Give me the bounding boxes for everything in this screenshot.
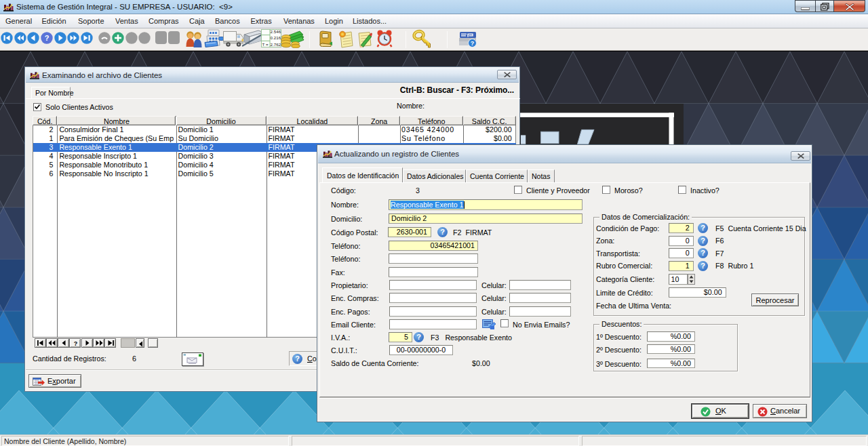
svg-text:?: ? bbox=[74, 340, 78, 347]
svg-text:?: ? bbox=[44, 34, 49, 42]
svg-text:2.762: 2.762 bbox=[271, 42, 281, 47]
svg-text:0.216: 0.216 bbox=[271, 35, 281, 40]
svg-text:T =: T = bbox=[262, 42, 269, 47]
svg-text:2.546: 2.546 bbox=[271, 29, 281, 34]
svg-text:?: ? bbox=[471, 40, 475, 47]
